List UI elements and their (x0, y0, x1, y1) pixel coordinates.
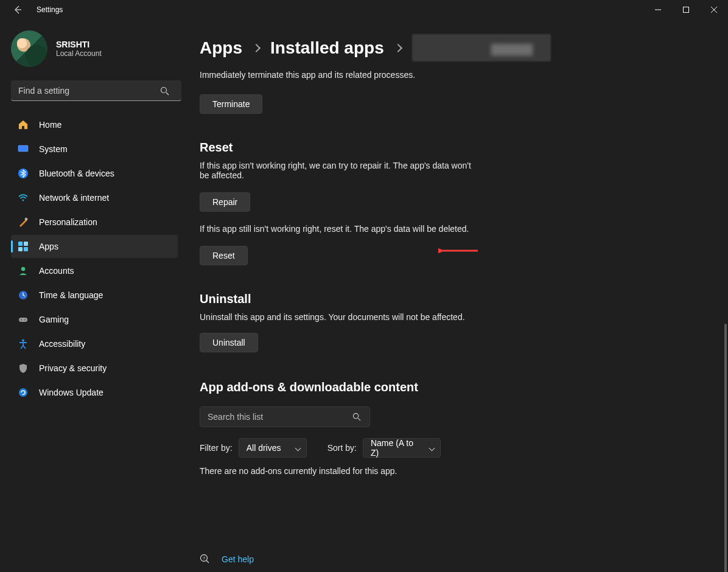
nav-list: Home System Bluetooth & devices Network … (11, 113, 178, 404)
scrollbar[interactable] (724, 324, 727, 572)
breadcrumb: Apps Installed apps ▆▆▆▆ (200, 34, 716, 61)
svg-rect-8 (24, 242, 28, 246)
user-profile[interactable]: SRISHTI Local Account (11, 30, 178, 67)
titlebar: Settings (0, 0, 728, 19)
help-icon: ? (200, 554, 211, 565)
sidebar-item-label: Privacy & security (39, 363, 107, 373)
reset-heading: Reset (200, 141, 716, 155)
reset-button[interactable]: Reset (200, 246, 248, 265)
svg-rect-0 (684, 7, 689, 13)
addons-heading: App add-ons & downloadable content (200, 380, 716, 394)
bluetooth-icon (17, 167, 29, 180)
sidebar-item-label: Apps (39, 242, 58, 251)
addons-search (200, 406, 370, 427)
sidebar-item-label: System (39, 144, 68, 154)
sort-by-value: Name (A to Z) (371, 438, 422, 458)
sidebar-item-label: Network & internet (39, 193, 109, 203)
settings-search (11, 80, 178, 101)
svg-text:?: ? (203, 556, 206, 561)
sidebar-item-system[interactable]: System (11, 138, 178, 161)
maximize-icon (683, 7, 689, 13)
sidebar-item-label: Windows Update (39, 388, 103, 397)
uninstall-heading: Uninstall (200, 292, 716, 306)
sidebar-item-accounts[interactable]: Accounts (11, 259, 178, 282)
chevron-right-icon (394, 43, 402, 52)
home-icon (17, 119, 29, 131)
minimize-icon (655, 7, 661, 13)
search-icon (160, 86, 169, 96)
user-account-type: Local Account (56, 49, 102, 58)
breadcrumb-installed-apps[interactable]: Installed apps (270, 38, 384, 58)
svg-rect-13 (19, 318, 27, 322)
filter-by-value: All drives (247, 443, 281, 453)
get-help-link[interactable]: Get help (222, 554, 254, 564)
breadcrumb-apps[interactable]: Apps (200, 38, 242, 58)
terminate-description: Immediately terminate this app and its r… (200, 70, 504, 80)
gamepad-icon (17, 313, 29, 326)
sidebar-item-accessibility[interactable]: Accessibility (11, 332, 178, 355)
wifi-icon (17, 192, 29, 204)
chevron-right-icon (252, 43, 261, 52)
close-icon (711, 7, 717, 13)
update-icon (17, 386, 29, 399)
sidebar-item-home[interactable]: Home (11, 113, 178, 136)
system-icon (17, 143, 29, 155)
window-controls (644, 0, 728, 19)
filter-by-label: Filter by: (200, 443, 233, 453)
reset-description: If this app still isn't working right, r… (200, 224, 516, 234)
svg-point-19 (353, 413, 358, 418)
person-icon (17, 265, 29, 277)
addons-search-input[interactable] (200, 406, 370, 427)
sidebar-item-gaming[interactable]: Gaming (11, 308, 178, 331)
sidebar-item-label: Personalization (39, 217, 97, 227)
sidebar-item-label: Home (39, 120, 61, 130)
maximize-button[interactable] (672, 0, 700, 19)
sidebar-item-label: Accessibility (39, 339, 85, 349)
window-title: Settings (37, 5, 63, 14)
sidebar-item-network[interactable]: Network & internet (11, 186, 178, 209)
addons-empty-message: There are no add-ons currently installed… (200, 466, 716, 476)
sidebar-item-apps[interactable]: Apps (11, 235, 178, 258)
avatar (11, 30, 47, 67)
sort-by-label: Sort by: (327, 443, 357, 453)
sidebar-item-label: Accounts (39, 266, 74, 276)
close-button[interactable] (700, 0, 728, 19)
sidebar-item-update[interactable]: Windows Update (11, 381, 178, 404)
sidebar: SRISHTI Local Account Home (0, 19, 183, 572)
sidebar-item-time[interactable]: Time & language (11, 284, 178, 307)
addons-filter-row: Filter by: All drives Sort by: Name (A t… (200, 438, 716, 458)
sidebar-item-label: Time & language (39, 290, 103, 300)
svg-point-15 (24, 319, 26, 321)
sort-by-dropdown[interactable]: Name (A to Z) (363, 438, 441, 458)
sidebar-item-label: Bluetooth & devices (39, 169, 114, 178)
arrow-left-icon (13, 5, 23, 15)
help-row: ? Get help (200, 554, 254, 565)
user-name: SRISHTI (56, 40, 102, 49)
sidebar-item-privacy[interactable]: Privacy & security (11, 357, 178, 380)
svg-point-16 (22, 340, 24, 342)
accessibility-icon (17, 338, 29, 350)
shield-icon (17, 362, 29, 374)
back-button[interactable] (11, 3, 24, 16)
filter-by-dropdown[interactable]: All drives (239, 438, 307, 458)
svg-rect-2 (18, 145, 28, 152)
repair-button[interactable]: Repair (200, 192, 250, 212)
chevron-down-icon (429, 445, 435, 452)
main-content: Apps Installed apps ▆▆▆▆ Immediately ter… (183, 19, 728, 572)
terminate-button[interactable]: Terminate (200, 94, 262, 114)
uninstall-button[interactable]: Uninstall (200, 333, 258, 352)
paintbrush-icon (17, 216, 29, 228)
search-button[interactable] (156, 80, 173, 101)
uninstall-description: Uninstall this app and its settings. You… (200, 312, 480, 322)
annotation-arrow-icon (438, 241, 481, 259)
sidebar-item-personalization[interactable]: Personalization (11, 211, 178, 234)
sidebar-item-bluetooth[interactable]: Bluetooth & devices (11, 162, 178, 185)
svg-rect-9 (18, 247, 23, 251)
addons-search-button[interactable] (348, 406, 365, 427)
svg-point-14 (21, 319, 22, 321)
chevron-down-icon (295, 445, 301, 452)
sidebar-item-label: Gaming (39, 315, 69, 324)
svg-point-1 (161, 87, 166, 92)
svg-point-5 (23, 200, 24, 201)
minimize-button[interactable] (644, 0, 672, 19)
